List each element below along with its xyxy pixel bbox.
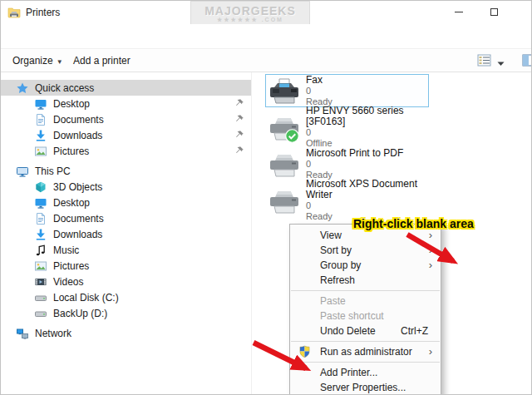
add-a-printer-button[interactable]: Add a printer: [73, 55, 131, 67]
sidebar-item-label: 3D Objects: [53, 181, 102, 193]
sidebar-item-label: Local Disk (C:): [53, 292, 119, 304]
maximize-icon: [490, 8, 498, 16]
command-bar: Organize▼ Add a printer: [1, 50, 531, 72]
menu-item-label: Add Printer...: [320, 367, 377, 378]
disk-icon: [34, 291, 47, 304]
cube-icon: [34, 180, 47, 194]
organize-button[interactable]: Organize▼: [12, 55, 63, 67]
document-icon: [34, 212, 47, 225]
sidebar-item-downloads[interactable]: Downloads: [1, 226, 251, 242]
menu-item-label: Refresh: [320, 274, 355, 286]
sidebar-item-network[interactable]: Network: [1, 325, 251, 341]
watermark-stars: ★★★★★★: [217, 17, 259, 22]
menu-item-run-as-administrator[interactable]: Run as administrator›: [290, 344, 441, 359]
sidebar-item-quick-access[interactable]: Quick access: [1, 80, 251, 96]
printer-document-count: 0: [306, 159, 403, 170]
sidebar-item-label: This PC: [35, 165, 71, 177]
printer-icon: [268, 186, 301, 215]
desktop-icon: [34, 196, 47, 210]
printer-document-count: 0: [306, 127, 428, 138]
sidebar-item-videos[interactable]: Videos: [1, 274, 251, 289]
sidebar-item-backup-d-[interactable]: BackUp (D:): [1, 305, 251, 321]
printer-item-microsoft-print-to-pdf[interactable]: Microsoft Print to PDF0Ready: [265, 147, 429, 180]
sidebar-item-pictures[interactable]: Pictures: [1, 258, 251, 274]
menu-separator: [291, 290, 440, 291]
change-view-button[interactable]: [477, 54, 491, 69]
pin-icon: [234, 146, 244, 156]
printer-item-hp-envy-5660-series-3f0163-[interactable]: HP ENVY 5660 series [3F0163]0Offline: [265, 111, 429, 144]
sidebar-item-label: Downloads: [53, 130, 102, 141]
context-menu: View›Sort by›Group by›RefreshPastePaste …: [289, 224, 441, 395]
sidebar-item-desktop[interactable]: Desktop: [1, 195, 251, 210]
desktop-icon: [34, 97, 47, 111]
sidebar-item-label: Quick access: [35, 82, 94, 94]
printer-item-microsoft-xps-document-writer[interactable]: Microsoft XPS Document Writer0Ready: [265, 184, 429, 217]
explorer-window: Printers MAJORGEEKS ★★★★★★ .COM › Printe…: [0, 0, 532, 395]
navigation-bar: › Printers Search Printers: [1, 24, 531, 49]
menu-item-group-by[interactable]: Group by›: [290, 258, 441, 273]
window-title: Printers: [26, 7, 60, 18]
sidebar-item-label: Pictures: [53, 260, 89, 272]
printer-document-count: 0: [306, 200, 428, 211]
menu-item-label: Run as administrator: [320, 346, 412, 358]
menu-item-label: Paste shortcut: [320, 310, 384, 322]
printer-icon: [268, 113, 301, 141]
submenu-arrow-icon: ›: [429, 344, 432, 359]
sidebar-item-label: BackUp (D:): [53, 308, 107, 319]
menu-item-server-properties[interactable]: Server Properties...: [290, 380, 441, 395]
change-view-chevron-icon[interactable]: [497, 57, 505, 69]
submenu-arrow-icon: ›: [429, 243, 432, 258]
sidebar-item-downloads[interactable]: Downloads: [1, 127, 251, 143]
picture-icon: [34, 259, 47, 273]
printer-name: HP ENVY 5660 series [3F0163]: [306, 106, 428, 127]
sidebar-item-3d-objects[interactable]: 3D Objects: [1, 179, 251, 195]
sidebar-item-documents[interactable]: Documents: [1, 111, 251, 127]
star-icon: [16, 81, 29, 95]
sidebar-item-documents[interactable]: Documents: [1, 210, 251, 226]
menu-item-sort-by[interactable]: Sort by›: [290, 243, 441, 258]
computer-icon: [16, 165, 29, 178]
picture-icon: [34, 145, 47, 158]
sidebar-item-label: Videos: [53, 276, 83, 288]
maximize-button[interactable]: [480, 1, 508, 22]
menu-separator: [291, 362, 440, 363]
menu-item-add-printer[interactable]: Add Printer...: [290, 365, 441, 380]
sidebar-item-pictures[interactable]: Pictures: [1, 143, 251, 159]
sidebar-item-music[interactable]: Music: [1, 242, 251, 258]
sidebar-item-local-disk-c-[interactable]: Local Disk (C:): [1, 289, 251, 305]
uac-shield-icon: [298, 345, 311, 358]
menu-item-undo-delete[interactable]: Undo DeleteCtrl+Z: [290, 323, 441, 338]
sidebar-item-label: Documents: [53, 114, 104, 126]
menu-item-paste-shortcut: Paste shortcut: [290, 309, 441, 323]
video-icon: [34, 275, 47, 289]
watermark-suffix: .COM: [262, 17, 283, 22]
menu-item-shortcut: Ctrl+Z: [401, 323, 428, 338]
menu-item-label: View: [320, 230, 342, 241]
download-icon: [34, 129, 47, 142]
sidebar-item-label: Downloads: [53, 229, 102, 240]
printer-name: Fax: [306, 75, 332, 86]
download-icon: [34, 228, 47, 241]
fax-printer-icon: [268, 77, 301, 105]
printer-name: Microsoft XPS Document Writer: [306, 179, 428, 200]
check-badge-icon: [285, 129, 299, 143]
sidebar-item-this-pc[interactable]: This PC: [1, 163, 251, 179]
navigation-pane: Quick accessDesktopDocumentsDownloadsPic…: [1, 72, 252, 395]
minimize-button[interactable]: [445, 1, 473, 22]
menu-item-label: Server Properties...: [320, 382, 406, 393]
menu-item-label: Sort by: [320, 244, 352, 256]
printer-document-count: 0: [306, 86, 332, 96]
preview-pane-button[interactable]: [522, 54, 532, 69]
menu-item-label: Undo Delete: [320, 325, 376, 337]
majorgeeks-watermark: MAJORGEEKS ★★★★★★ .COM: [190, 1, 310, 26]
annotation-label: Right-click blank area: [353, 217, 474, 230]
organize-caret-icon: ▼: [57, 58, 63, 66]
printer-item-fax[interactable]: Fax0Ready: [265, 74, 429, 107]
menu-item-refresh[interactable]: Refresh: [290, 273, 441, 288]
pin-icon: [234, 98, 244, 108]
sidebar-item-label: Network: [35, 328, 71, 339]
sidebar-item-desktop[interactable]: Desktop: [1, 96, 251, 111]
sidebar-item-label: Desktop: [53, 98, 90, 110]
sidebar-item-label: Pictures: [53, 146, 89, 157]
disk-icon: [34, 307, 47, 320]
